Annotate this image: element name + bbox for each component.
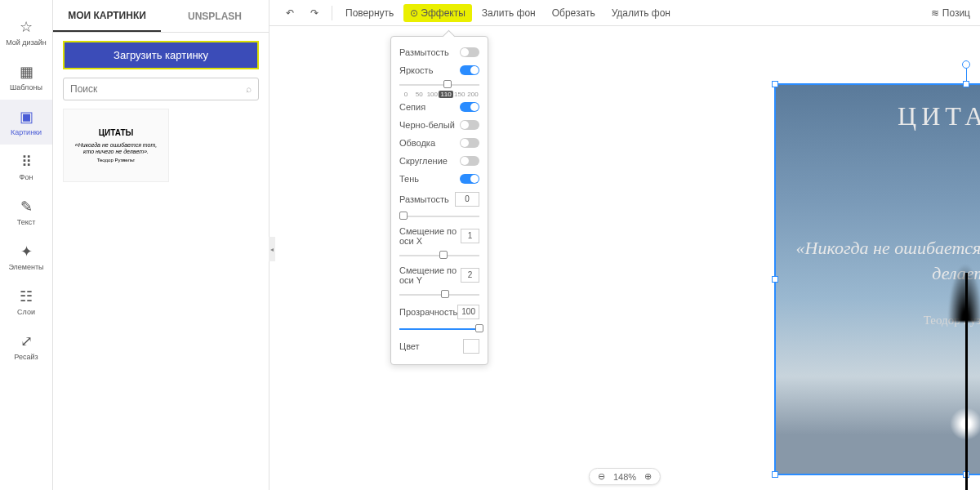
star-icon: ☆ [20, 18, 33, 36]
undo-icon: ↶ [286, 7, 294, 19]
zoom-in-button[interactable]: ⊕ [644, 471, 652, 482]
brightness-ticks: 050100 110 150200 [399, 91, 479, 98]
canvas-area[interactable]: ЦИТАТЫ «Никогда не ошибается тот, кто ни… [270, 26, 980, 490]
offset-y-slider[interactable] [399, 294, 479, 296]
thumb-title: ЦИТАТЫ [99, 128, 134, 137]
collapse-panel-button[interactable]: ◂ [269, 237, 275, 261]
shadow-blur-slider[interactable] [399, 216, 479, 217]
fill-bg-button[interactable]: Залить фон [475, 4, 542, 22]
sidebar-item-elements[interactable]: ✦Элементы [0, 234, 52, 279]
tab-myimages[interactable]: МОИ КАРТИНКИ [53, 0, 161, 32]
shadow-label: Тень [399, 174, 419, 184]
tab-unsplash[interactable]: UNSPLASH [161, 0, 269, 32]
bw-label: Черно-белый [399, 120, 455, 130]
zoom-control: ⊖ 148% ⊕ [589, 468, 661, 485]
blur-toggle[interactable] [460, 47, 479, 57]
sepia-label: Сепия [399, 102, 425, 112]
main-area: ↶ ↷ Повернуть ⊙Эффекты Залить фон Обреза… [270, 0, 980, 490]
brightness-slider[interactable] [399, 84, 479, 86]
offset-y-label: Смещение по оси Y [399, 265, 461, 285]
expand-icon: ⤢ [20, 332, 33, 350]
resize-handle-bl[interactable] [772, 471, 778, 478]
stroke-label: Обводка [399, 138, 435, 148]
offset-x-slider[interactable] [399, 255, 479, 256]
effects-dropdown: Размытость Яркость 050100 110 150200 Сеп… [390, 36, 488, 365]
blur-label: Размытость [399, 47, 449, 57]
zoom-out-button[interactable]: ⊖ [598, 471, 605, 482]
resize-handle-tm[interactable] [963, 81, 969, 87]
wheat-decoration [965, 273, 968, 490]
layers-icon: ≋ [931, 7, 939, 19]
sidebar-item-mydesign[interactable]: ☆Мой дизайн [0, 10, 52, 55]
remove-bg-button[interactable]: Удалить фон [605, 4, 677, 22]
sidebar-item-background[interactable]: ⠿Фон [0, 145, 52, 189]
position-button[interactable]: ≋Позиц [931, 7, 970, 19]
stroke-toggle[interactable] [460, 138, 479, 148]
image-thumbnail[interactable]: ЦИТАТЫ «Никогда не ошибается тот, кто ни… [63, 109, 169, 182]
color-swatch[interactable] [463, 339, 479, 354]
resize-handle-tl[interactable] [772, 81, 778, 87]
undo-button[interactable]: ↶ [279, 4, 301, 22]
dots-icon: ⠿ [21, 153, 32, 171]
search-input[interactable] [70, 83, 246, 95]
rotate-line [966, 69, 967, 82]
sidebar-item-text[interactable]: ✎Текст [0, 189, 52, 234]
thumb-author: Теодор Рузвельт [97, 158, 136, 163]
shadow-toggle[interactable] [460, 174, 479, 184]
text-icon: ✎ [20, 198, 33, 216]
rounding-toggle[interactable] [460, 156, 479, 166]
sidebar-item-resize[interactable]: ⤢Ресайз [0, 324, 52, 369]
color-label: Цвет [399, 341, 420, 351]
shadow-blur-input[interactable]: 0 [455, 192, 479, 207]
bw-toggle[interactable] [460, 120, 479, 130]
top-toolbar: ↶ ↷ Повернуть ⊙Эффекты Залить фон Обреза… [270, 0, 980, 26]
selected-image[interactable]: ЦИТАТЫ «Никогда не ошибается тот, кто ни… [774, 83, 980, 475]
upload-image-button[interactable]: Загрузить картинку [63, 41, 259, 69]
sepia-toggle[interactable] [460, 102, 479, 112]
shadow-blur-label: Размытость [399, 194, 449, 204]
canvas-title: ЦИТАТЫ [776, 101, 980, 131]
redo-icon: ↷ [310, 7, 318, 19]
separator [332, 6, 332, 20]
offset-x-label: Смещение по оси X [399, 226, 461, 246]
rounding-label: Скругление [399, 156, 448, 166]
opacity-slider[interactable] [399, 328, 479, 330]
effects-icon: ⊙ [410, 7, 418, 19]
left-sidebar: ☆Мой дизайн ▦Шаблоны ▣Картинки ⠿Фон ✎Тек… [0, 0, 53, 490]
sidebar-item-images[interactable]: ▣Картинки [0, 100, 52, 145]
images-panel: МОИ КАРТИНКИ UNSPLASH Загрузить картинку… [53, 0, 270, 490]
effects-button[interactable]: ⊙Эффекты [403, 4, 472, 22]
shapes-icon: ✦ [20, 243, 33, 261]
offset-y-input[interactable]: 2 [461, 268, 479, 283]
layers-icon: ☷ [20, 287, 33, 305]
brightness-label: Яркость [399, 65, 433, 75]
thumb-quote: «Никогда не ошибается тот, кто ничего не… [70, 142, 162, 156]
sidebar-item-layers[interactable]: ☷Слои [0, 279, 52, 324]
crop-button[interactable]: Обрезать [546, 4, 602, 22]
search-input-wrapper[interactable]: ⌕ [63, 78, 259, 100]
brightness-value: 110 [439, 91, 452, 98]
brightness-toggle[interactable] [460, 65, 479, 75]
opacity-input[interactable]: 100 [457, 305, 479, 319]
rotate-button[interactable]: Повернуть [339, 4, 400, 22]
rotate-handle[interactable] [962, 60, 970, 69]
redo-button[interactable]: ↷ [304, 4, 325, 22]
image-icon: ▣ [20, 108, 33, 126]
search-icon: ⌕ [246, 83, 252, 95]
grid-icon: ▦ [20, 63, 33, 81]
offset-x-input[interactable]: 1 [461, 229, 479, 243]
zoom-level: 148% [613, 472, 636, 482]
sidebar-item-templates[interactable]: ▦Шаблоны [0, 55, 52, 100]
opacity-label: Прозрачность [399, 307, 457, 317]
